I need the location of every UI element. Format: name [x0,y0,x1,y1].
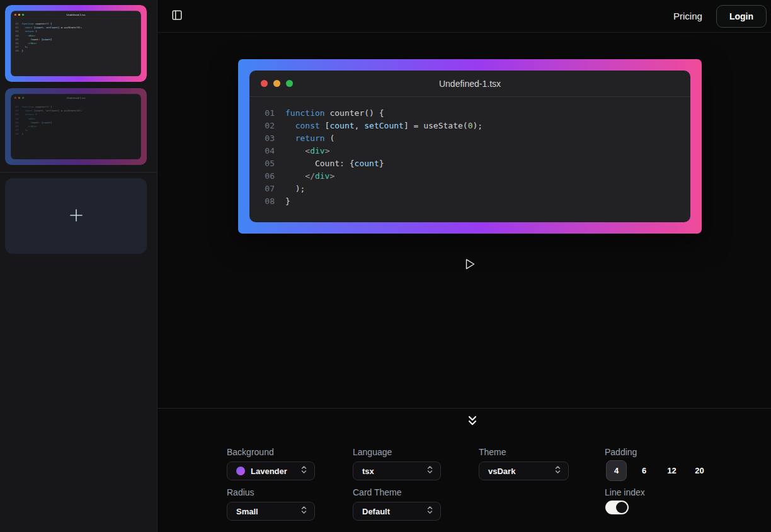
code-token: ( [325,132,335,145]
code-token [285,145,305,157]
thumbnail-card: Undefined-1.tsx 01function counter() {02… [5,88,147,165]
code-card-position: Undefined-1.tsx 01function counter() {02… [238,59,702,234]
radius-select[interactable]: Small [227,502,315,521]
settings-panel: Background Lavender Language tsx Theme v… [157,408,771,532]
code-token: ] = useState( [58,26,77,30]
maximize-dot-icon [22,14,24,16]
code-area[interactable]: 01function counter() {02 const [count, s… [11,102,141,136]
line-number: 08 [15,49,19,53]
code-token: ] = useState( [58,109,77,113]
plus-icon [69,208,84,225]
window-titlebar: Undefined-1.tsx [11,11,141,19]
code-line: 08} [15,49,141,53]
collapse-panel-button[interactable] [464,412,481,430]
code-token: } [50,37,52,41]
line-number: 08 [263,195,275,208]
code-token: ] = useState( [404,120,468,132]
chevron-up-down-icon [554,465,562,477]
file-title[interactable]: Undefined-1.tsx [439,79,501,89]
minimize-dot-icon [18,14,20,16]
file-title[interactable]: Undefined-1.tsx [67,13,86,16]
padding-option-6[interactable]: 6 [634,460,654,481]
card-thumbnail-selected[interactable]: Undefined-1.tsx 01function counter() {02… [5,5,147,82]
file-title[interactable]: Undefined-1.tsx [67,96,86,99]
chevron-up-down-icon [300,465,308,477]
theme-select[interactable]: vsDark [479,461,569,480]
background-swatch-icon [236,467,245,475]
padding-options: 461220 [606,460,710,481]
code-token: } [379,157,384,170]
code-card[interactable]: Undefined-1.tsx 01function counter() {02… [238,59,702,234]
minimize-dot-icon [18,97,20,99]
code-token: , [355,120,365,132]
sidebar-toggle-button[interactable] [169,7,185,25]
language-value: tsx [362,467,374,476]
theme-label: Theme [479,447,506,457]
line-number: 01 [263,107,275,120]
line-number: 02 [263,120,275,132]
code-line: 08} [15,132,141,136]
code-token: [ [320,120,330,132]
background-label: Background [227,447,274,457]
padding-option-12[interactable]: 12 [661,460,682,481]
thumbnail-card: Undefined-1.tsx 01function counter() {02… [5,5,147,82]
line-number: 05 [263,157,275,170]
line-number: 06 [263,170,275,183]
language-label: Language [353,447,392,457]
code-token: div [31,124,35,128]
line-index-label: Line index [605,487,645,497]
code-token [285,170,305,183]
close-dot-icon [261,80,268,87]
code-token [285,120,295,132]
padding-option-4[interactable]: 4 [606,460,627,481]
code-token: > [329,170,334,183]
add-card-button[interactable] [5,178,147,254]
background-select[interactable]: Lavender [227,461,315,480]
sidebar-divider [0,172,157,173]
code-token: } [285,195,290,208]
chevron-up-down-icon [300,506,308,517]
background-value: Lavender [251,467,287,476]
card-thumbnail[interactable]: Undefined-1.tsx 01function counter() {02… [5,88,147,165]
padding-option-20[interactable]: 20 [689,460,710,481]
code-token: Count: { [285,157,355,170]
close-dot-icon [14,14,16,16]
play-icon [465,258,476,272]
code-token: } [22,132,23,136]
editor-canvas: Undefined-1.tsx 01function counter() {02… [157,33,771,408]
card-theme-value: Default [362,507,390,516]
line-index-toggle[interactable] [605,501,629,514]
login-button[interactable]: Login [716,5,767,28]
code-token: ); [79,109,83,113]
code-token [285,132,295,145]
traffic-light-dots [261,80,293,87]
language-select[interactable]: tsx [353,461,441,480]
code-token: const [295,120,320,132]
code-window: Undefined-1.tsx 01function counter() {02… [11,11,141,76]
code-area[interactable]: 01function counter() {02 const [count, s… [249,97,690,208]
code-token: } [22,49,23,53]
code-token: > [325,145,330,157]
code-token: </ [305,170,315,183]
thumbnail-sidebar: Undefined-1.tsx 01function counter() {02… [0,0,157,532]
line-number: 03 [263,132,275,145]
card-thumbnail-preview: Undefined-1.tsx 01function counter() {02… [5,5,147,82]
card-theme-select[interactable]: Default [353,502,441,521]
pricing-link[interactable]: Pricing [673,11,702,21]
line-number: 08 [15,132,19,136]
chevrons-down-icon [467,415,477,428]
code-area[interactable]: 01function counter() {02 const [count, s… [11,19,141,53]
code-line: 01function counter() { [263,107,690,120]
code-line: 06 </div> [263,170,690,183]
code-line: 03 return ( [263,132,690,145]
code-token: function [285,107,325,120]
code-line: 02 const [count, setCount] = useState(0)… [263,120,690,132]
card-thumbnail-preview: Undefined-1.tsx 01function counter() {02… [5,88,147,165]
code-token: setCount [46,26,58,30]
run-button[interactable] [461,256,479,274]
code-token: return [295,132,325,145]
chevron-up-down-icon [426,465,434,477]
maximize-dot-icon [286,80,293,87]
card-theme-label: Card Theme [353,487,402,497]
code-token: ); [472,120,483,132]
